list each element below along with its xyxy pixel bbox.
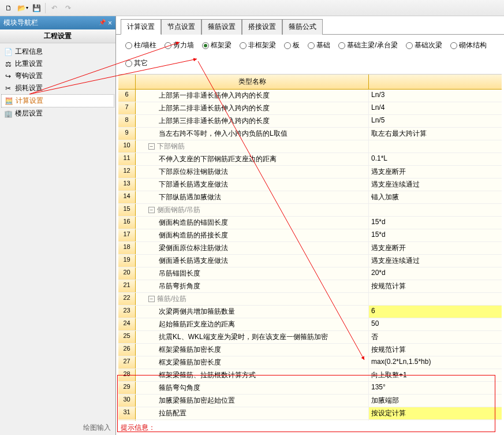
row-val[interactable]: 遇支座连续通过: [369, 179, 502, 191]
row-val[interactable]: 按规范计算: [369, 344, 502, 356]
undo-button[interactable]: ↶: [48, 2, 61, 14]
table-row[interactable]: 15−侧面钢筋/吊筋: [118, 204, 502, 217]
row-val[interactable]: 0.1*L: [369, 153, 502, 165]
row-val[interactable]: [369, 293, 502, 305]
nav-item-0[interactable]: 📄工程信息: [1, 46, 114, 58]
sidebar-subtitle: 工程设置: [0, 29, 115, 43]
table-row[interactable]: 7上部第二排非通长筋伸入跨内的长度Ln/4: [118, 102, 502, 115]
close-icon[interactable]: ×: [108, 19, 112, 27]
row-val[interactable]: Ln/5: [369, 115, 502, 127]
table-row[interactable]: 30加腋梁箍筋加密起始位置加腋端部: [118, 395, 502, 407]
row-val[interactable]: 否: [369, 331, 502, 343]
radio-7[interactable]: 基础次梁: [406, 40, 442, 50]
table-row[interactable]: 21吊筋弯折角度按规范计算: [118, 280, 502, 293]
row-val[interactable]: 135°: [369, 382, 502, 394]
nav-item-2[interactable]: ↪弯钩设置: [1, 70, 114, 82]
table-row[interactable]: 13下部通长筋遇支座做法遇支座连续通过: [118, 179, 502, 191]
radio-5[interactable]: 基础: [308, 40, 330, 50]
radio-icon: [308, 42, 315, 49]
table-row[interactable]: 22−箍筋/拉筋: [118, 293, 502, 306]
radio-0[interactable]: 柱/墙柱: [125, 40, 156, 50]
tab-3[interactable]: 搭接设置: [242, 19, 282, 35]
row-val[interactable]: 15*d: [369, 229, 502, 241]
row-val[interactable]: 按设定计算: [369, 407, 502, 419]
radio-1[interactable]: 剪力墙: [165, 40, 194, 50]
row-val[interactable]: 锚入加腋: [369, 191, 502, 203]
radio-2[interactable]: 框架梁: [202, 40, 232, 50]
pin-icon[interactable]: 📌: [99, 19, 106, 27]
tab-1[interactable]: 节点设置: [161, 19, 201, 35]
table-row[interactable]: 29箍筋弯勾角度135°: [118, 382, 502, 395]
nav-label: 工程信息: [15, 47, 43, 57]
row-val[interactable]: 遇支座断开: [369, 242, 502, 254]
radio-3[interactable]: 非框架梁: [240, 40, 276, 50]
tab-2[interactable]: 箍筋设置: [201, 19, 242, 35]
table-row[interactable]: 25抗震KL、WKL端支座为梁时，则在该支座一侧箍筋加密否: [118, 331, 502, 344]
row-name: 当左右跨不等时，伸入小跨内负筋的L取值: [136, 128, 369, 140]
collapse-icon[interactable]: −: [148, 296, 155, 302]
table-row[interactable]: 11不伸入支座的下部钢筋距支座边的距离0.1*L: [118, 153, 502, 166]
row-val[interactable]: max(0.2*Ln,1.5*hb): [369, 356, 502, 369]
nav-item-3[interactable]: ✂损耗设置: [1, 82, 114, 94]
grid-header-val: [369, 75, 502, 89]
row-name: 上部第二排非通长筋伸入跨内的长度: [136, 102, 369, 114]
save-button[interactable]: 💾: [30, 2, 43, 14]
row-val[interactable]: Ln/4: [369, 102, 502, 114]
sidebar-footer[interactable]: 绘图输入: [0, 421, 115, 435]
row-name: 框架梁箍筋加密长度: [136, 344, 369, 356]
table-row[interactable]: 9当左右跨不等时，伸入小跨内负筋的L取值取左右最大跨计算: [118, 128, 502, 140]
nav-item-1[interactable]: ⚖比重设置: [1, 58, 114, 70]
table-row[interactable]: 27框支梁箍筋加密长度max(0.2*Ln,1.5*hb): [118, 356, 502, 369]
row-val[interactable]: 遇支座断开: [369, 166, 502, 178]
radio-9[interactable]: 其它: [125, 58, 148, 68]
row-num: 30: [118, 395, 136, 407]
nav-item-4[interactable]: 🧮计算设置: [1, 94, 114, 107]
row-val[interactable]: 6: [369, 306, 502, 318]
row-val[interactable]: 20*d: [369, 267, 502, 280]
table-row[interactable]: 31拉筋配置按设定计算: [118, 407, 502, 420]
table-row[interactable]: 14下部纵筋遇加腋做法锚入加腋: [118, 191, 502, 204]
table-row[interactable]: 16侧面构造筋的锚固长度15*d: [118, 217, 502, 229]
nav-label: 计算设置: [16, 96, 43, 106]
row-val[interactable]: 15*d: [369, 217, 502, 229]
table-row[interactable]: 6上部第一排非通长筋伸入跨内的长度Ln/3: [118, 90, 502, 102]
row-val[interactable]: [369, 140, 502, 153]
table-row[interactable]: 26框架梁箍筋加密长度按规范计算: [118, 344, 502, 356]
collapse-icon[interactable]: −: [148, 143, 155, 150]
radio-4[interactable]: 板: [284, 40, 300, 50]
row-val[interactable]: 按规范计算: [369, 280, 502, 292]
sidebar-title: 模块导航栏: [3, 18, 38, 28]
tab-0[interactable]: 计算设置: [121, 19, 161, 35]
table-row[interactable]: 28框架梁箍筋、拉筋根数计算方式向上取整+1: [118, 369, 502, 382]
radio-6[interactable]: 基础主梁/承台梁: [338, 40, 397, 50]
collapse-icon[interactable]: −: [148, 207, 155, 213]
row-val[interactable]: 取左右最大跨计算: [369, 128, 502, 140]
row-val[interactable]: Ln/3: [369, 90, 502, 102]
footer-hint: 提示信息：: [116, 421, 504, 435]
new-button[interactable]: 🗋: [2, 2, 15, 14]
table-row[interactable]: 17侧面构造筋的搭接长度15*d: [118, 229, 502, 242]
table-row[interactable]: 8上部第三排非通长筋伸入跨内的长度Ln/5: [118, 115, 502, 128]
table-row[interactable]: 10−下部钢筋: [118, 140, 502, 153]
row-val[interactable]: [369, 204, 502, 216]
table-row[interactable]: 18梁侧面原位标注筋做法遇支座断开: [118, 242, 502, 255]
row-val[interactable]: 遇支座连续通过: [369, 255, 502, 267]
radio-icon: [450, 42, 457, 49]
row-val[interactable]: 加腋端部: [369, 395, 502, 407]
table-row[interactable]: 19侧面通长筋遇支座做法遇支座连续通过: [118, 255, 502, 267]
sidebar-title-bar: 模块导航栏 📌 ×: [0, 16, 115, 29]
tab-4[interactable]: 箍筋公式: [282, 19, 323, 35]
radio-8[interactable]: 砌体结构: [450, 40, 487, 50]
table-row[interactable]: 24起始箍筋距支座边的距离50: [118, 318, 502, 331]
row-val[interactable]: 50: [369, 318, 502, 330]
row-num: 16: [118, 217, 136, 229]
table-row[interactable]: 20吊筋锚固长度20*d: [118, 267, 502, 280]
redo-button[interactable]: ↷: [62, 2, 74, 14]
radio-label: 柱/墙柱: [134, 40, 156, 50]
row-val[interactable]: 向上取整+1: [369, 369, 502, 381]
grid-header: 类型名称: [118, 75, 502, 90]
open-button[interactable]: 📂▾: [16, 2, 29, 14]
table-row[interactable]: 12下部原位标注钢筋做法遇支座断开: [118, 166, 502, 179]
nav-item-5[interactable]: 🏢楼层设置: [1, 107, 114, 120]
table-row[interactable]: 23次梁两侧共增加箍筋数量6: [118, 306, 502, 318]
